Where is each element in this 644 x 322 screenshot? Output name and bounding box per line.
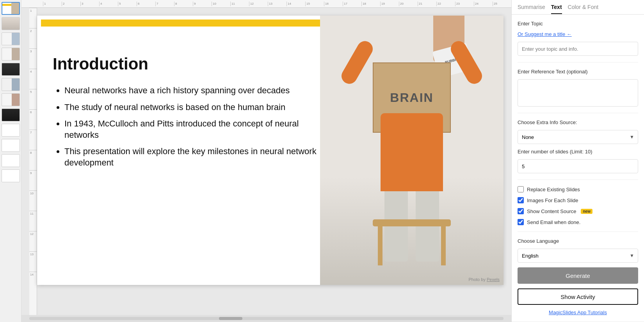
slide-thumb-9[interactable] xyxy=(2,124,20,137)
ruler-mark: 16 xyxy=(324,2,343,6)
topic-input[interactable] xyxy=(518,42,638,56)
ruler-mark: 3 xyxy=(80,2,99,6)
slide-thumb-1[interactable] xyxy=(2,2,20,15)
images-label: Images For Each Slide xyxy=(527,197,578,203)
slide-thumb-3[interactable] xyxy=(2,32,20,45)
divider-3 xyxy=(518,180,638,180)
slides-number-input[interactable] xyxy=(518,159,638,173)
person-illustration: RUBBISH BRAIN xyxy=(320,16,503,285)
slide-image-area: RUBBISH BRAIN xyxy=(320,16,503,285)
slide: Introduction Neural networks have a rich… xyxy=(37,16,503,285)
slide-bullets: Neural networks have a rich history span… xyxy=(53,85,330,169)
extra-info-select-wrapper: None Wikipedia Google ▼ xyxy=(518,130,638,144)
ruler-mark-v: 10 xyxy=(29,190,37,211)
ruler-mark: 2 xyxy=(62,2,80,6)
slide-content: Introduction Neural networks have a rich… xyxy=(53,55,330,174)
suggest-title-link[interactable]: Or Suggest me a title ← xyxy=(518,31,638,37)
divider-1 xyxy=(518,62,638,62)
stool-leg-right xyxy=(441,226,446,265)
ruler-mark-v: 8 xyxy=(29,150,37,170)
ruler-mark-v: 4 xyxy=(29,69,37,89)
ruler-mark: 10 xyxy=(212,2,230,6)
ruler-mark: 17 xyxy=(343,2,361,6)
slide-thumb-10[interactable] xyxy=(2,139,20,152)
right-panel-tabs: Summarise Text Color & Font xyxy=(512,0,644,15)
slide-thumb-12[interactable] xyxy=(2,169,20,182)
main-area: 1 2 3 4 5 6 7 8 9 10 11 12 13 14 15 16 1… xyxy=(21,0,511,322)
ruler-mark-v: 11 xyxy=(29,211,37,231)
ruler-mark: 15 xyxy=(305,2,324,6)
photo-source-link[interactable]: Pexels xyxy=(487,277,500,282)
arm-left xyxy=(339,38,376,87)
tab-color-font[interactable]: Color & Font xyxy=(568,4,599,14)
ruler-mark: 23 xyxy=(455,2,474,6)
slide-thumb-2[interactable] xyxy=(2,17,20,30)
ruler-mark: 13 xyxy=(268,2,286,6)
generate-button[interactable]: Generate xyxy=(518,267,638,284)
slide-thumb-6[interactable] xyxy=(2,78,20,91)
images-checkbox[interactable] xyxy=(518,197,524,203)
ruler-mark: 25 xyxy=(493,2,511,6)
scrollbar-area xyxy=(21,315,511,322)
language-select[interactable]: English Spanish French German Chinese Ja… xyxy=(518,249,638,263)
replace-slides-checkbox[interactable] xyxy=(518,186,524,192)
bullet-item-4: This presentation will explore the key m… xyxy=(64,146,330,168)
slide-thumb-7[interactable] xyxy=(2,93,20,106)
tab-text[interactable]: Text xyxy=(551,4,562,14)
send-email-checkbox[interactable] xyxy=(518,219,524,225)
new-badge: new xyxy=(581,209,592,214)
show-content-checkbox[interactable] xyxy=(518,208,524,214)
ruler-mark: 11 xyxy=(230,2,249,6)
right-panel: Summarise Text Color & Font Enter Topic … xyxy=(511,0,644,322)
stool xyxy=(373,219,451,265)
scrollbar-track[interactable] xyxy=(29,317,503,320)
reference-label: Enter Reference Text (optional) xyxy=(518,69,638,75)
reference-textarea[interactable] xyxy=(518,79,638,107)
ruler-mark: 4 xyxy=(99,2,118,6)
ruler-mark-v: 12 xyxy=(29,231,37,251)
replace-slides-row: Replace Existing Slides xyxy=(518,186,638,192)
photo-credit: Photo by Pexels xyxy=(468,277,500,282)
slide-canvas-area: 1 2 3 4 5 6 7 8 9 10 11 12 13 14 Introdu… xyxy=(21,8,511,315)
stool-legs xyxy=(378,226,446,265)
slide-thumb-4[interactable] xyxy=(2,48,20,60)
stool-leg-left xyxy=(378,226,382,265)
send-email-label: Send Email when done. xyxy=(527,219,580,225)
ruler-mark: 21 xyxy=(418,2,436,6)
extra-info-select[interactable]: None Wikipedia Google xyxy=(518,130,638,144)
show-activity-button[interactable]: Show Activity xyxy=(518,288,638,305)
slides-nav xyxy=(0,0,21,322)
tab-summarise[interactable]: Summarise xyxy=(518,4,545,14)
ruler-mark: 5 xyxy=(118,2,137,6)
images-row: Images For Each Slide xyxy=(518,197,638,203)
ruler-mark-v: 2 xyxy=(29,28,37,48)
scrollbar-thumb[interactable] xyxy=(219,317,242,320)
box-text: BRAIN xyxy=(390,91,433,105)
ruler-mark-v: 3 xyxy=(29,48,37,69)
language-label: Choose Language xyxy=(518,238,638,244)
bullet-item-2: The study of neural networks is based on… xyxy=(64,102,330,113)
slide-thumb-11[interactable] xyxy=(2,154,20,167)
arms xyxy=(349,39,474,86)
ruler-mark: 6 xyxy=(137,2,155,6)
ruler-top: 1 2 3 4 5 6 7 8 9 10 11 12 13 14 15 16 1… xyxy=(21,0,511,8)
ruler-mark: 9 xyxy=(193,2,212,6)
language-select-wrapper: English Spanish French German Chinese Ja… xyxy=(518,249,638,263)
extra-info-label: Choose Extra Info Source: xyxy=(518,119,638,125)
divider-4 xyxy=(518,231,638,232)
slide-thumb-8[interactable] xyxy=(2,109,20,121)
photo-credit-text: Photo by xyxy=(468,277,485,282)
magic-link[interactable]: MagicSlides App Tutorials xyxy=(518,310,638,315)
ruler-mark-v: 13 xyxy=(29,251,37,272)
stool-seat xyxy=(373,219,451,226)
ruler-mark: 18 xyxy=(361,2,380,6)
slide-thumb-5[interactable] xyxy=(2,63,20,76)
torso xyxy=(381,113,443,191)
bullet-item-3: In 1943, McCulloch and Pitts introduced … xyxy=(64,118,330,141)
ruler-marks: 1 2 3 4 5 6 7 8 9 10 11 12 13 14 15 16 1… xyxy=(43,2,511,6)
slide-title: Introduction xyxy=(53,55,330,73)
bullet-item-1: Neural networks have a rich history span… xyxy=(64,85,330,96)
ruler-mark: 14 xyxy=(286,2,305,6)
slides-num-label: Enter number of slides (Limit: 10) xyxy=(518,149,638,155)
ruler-mark-v: 7 xyxy=(29,130,37,150)
